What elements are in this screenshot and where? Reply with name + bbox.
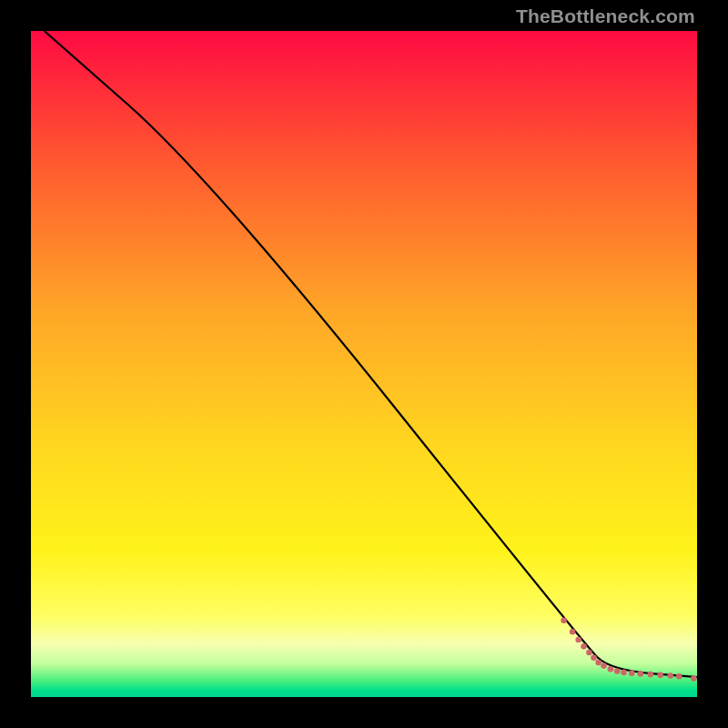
data-dot	[676, 673, 682, 680]
data-dot	[647, 672, 653, 678]
chart-svg	[31, 31, 697, 697]
chart-plot-area	[31, 31, 697, 697]
data-dot	[595, 660, 602, 666]
data-dot	[614, 668, 621, 674]
data-dot	[561, 618, 567, 624]
curve-line	[45, 31, 697, 677]
data-dot	[691, 675, 697, 682]
data-dot	[601, 662, 607, 669]
data-dot	[608, 666, 614, 672]
data-dot	[570, 629, 576, 635]
data-dot	[586, 650, 592, 656]
data-dot	[621, 670, 627, 676]
data-dot	[581, 643, 587, 650]
watermark-text: TheBottleneck.com	[516, 5, 695, 27]
data-dot	[575, 637, 581, 643]
data-dot	[629, 670, 635, 676]
dots-group	[561, 618, 696, 682]
data-dot	[637, 671, 643, 677]
chart-stage: TheBottleneck.com	[0, 0, 728, 728]
data-dot	[667, 672, 673, 679]
data-dot	[657, 672, 663, 679]
data-dot	[591, 655, 597, 662]
